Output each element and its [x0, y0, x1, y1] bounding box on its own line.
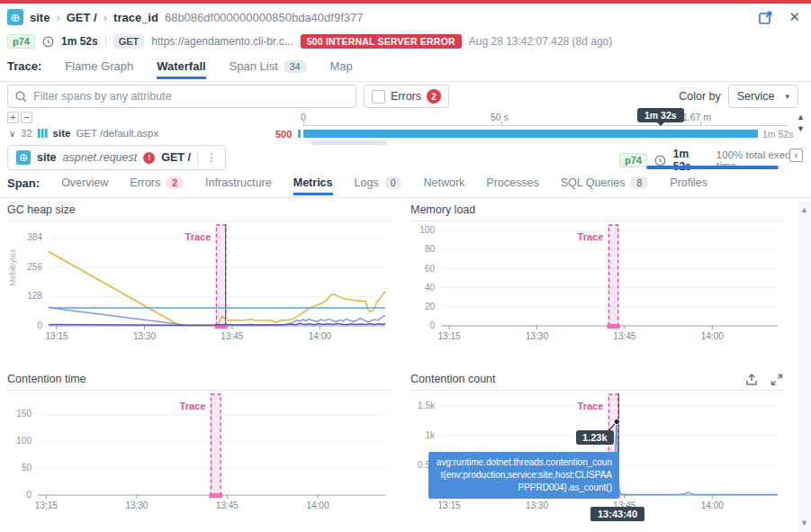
errors-filter[interactable]: Errors 2 [364, 85, 449, 108]
clock-icon [654, 155, 666, 167]
breadcrumb-service[interactable]: site [30, 11, 50, 24]
svg-text:60: 60 [425, 264, 436, 274]
trace-timestamp: Aug 28 13:42:07.428 (8d ago) [469, 35, 612, 48]
fullscreen-icon[interactable] [770, 374, 783, 386]
time-ruler [303, 125, 788, 126]
root-span-status: 500 [275, 129, 292, 140]
search-icon [15, 91, 27, 103]
latency-percentile-badge: p74 [619, 153, 647, 167]
close-icon[interactable]: ✕ [788, 9, 800, 25]
tab-errors[interactable]: Errors2 [130, 175, 184, 195]
root-span-service: site [53, 128, 71, 139]
waterfall-scroll-down-icon[interactable]: ▼ [797, 124, 805, 133]
svg-text:1.5k: 1.5k [418, 401, 436, 410]
tab-logs[interactable]: Logs0 [355, 175, 402, 195]
tab-span-list[interactable]: Span List34 [230, 58, 307, 79]
memory-load-plot[interactable]: 02040608010013:1513:3013:4514:00Trace [410, 223, 785, 349]
color-by-select[interactable]: Service ▾ [728, 85, 798, 108]
svg-text:128: 128 [27, 291, 42, 301]
root-span-resource: GET /default.aspx [76, 128, 158, 139]
tab-infrastructure[interactable]: Infrastructure [205, 175, 272, 195]
gc-heap-plot[interactable]: 012825638413:1513:3013:4514:00Trace [7, 223, 392, 349]
svg-text:0: 0 [429, 320, 435, 330]
tab-badge: 2 [166, 176, 184, 189]
span-tabs: OverviewErrors2InfrastructureMetricsLogs… [61, 175, 707, 195]
divider [197, 151, 198, 164]
span-filter-placeholder: Filter spans by any attribute [33, 90, 172, 103]
color-by-control: Color by Service ▾ [679, 85, 798, 108]
svg-text:13:45: 13:45 [613, 331, 635, 341]
panel-actions: ✕ [759, 9, 800, 25]
chart-contention-count: Contention count 00.5k1k1.5k13:1513:3013… [410, 373, 785, 526]
svg-text:13:30: 13:30 [133, 331, 156, 341]
svg-text:20: 20 [425, 302, 436, 311]
span-service: site [37, 151, 57, 164]
tab-processes[interactable]: Processes [486, 175, 538, 195]
ruler-tick-50s: 50 s [491, 112, 509, 122]
errors-checkbox[interactable] [372, 90, 385, 104]
breadcrumb-operation[interactable]: GET / [67, 11, 97, 24]
tab-map[interactable]: Map [330, 58, 353, 79]
svg-text:0: 0 [37, 320, 42, 330]
errors-count-badge: 2 [427, 89, 441, 104]
open-in-new-icon[interactable] [759, 11, 772, 24]
trace-id-label: trace_id [113, 11, 158, 24]
svg-text:Trace: Trace [578, 231, 604, 242]
root-span-bar[interactable] [303, 130, 758, 138]
ruler-tick-0: 0 [301, 112, 306, 122]
collapse-all-button[interactable]: − [21, 112, 32, 123]
share-icon[interactable] [745, 374, 758, 386]
chart-title: GC heap size [7, 203, 392, 221]
chart-title: Contention time [7, 373, 392, 391]
y-axis-label: Mebibytes [8, 235, 17, 300]
globe-icon: ⊕ [16, 150, 31, 165]
tab-flame-graph[interactable]: Flame Graph [65, 58, 133, 79]
waterfall-scroll-up-icon[interactable]: ▲ [797, 113, 805, 122]
expand-all-button[interactable]: + [7, 112, 19, 123]
waterfall-root-span-row[interactable]: ∨ 32 site GET /default.aspx [9, 128, 158, 139]
total-duration-label: 1m 52s [762, 129, 793, 140]
tab-sql-queries[interactable]: SQL Queries8 [561, 175, 649, 195]
svg-text:14:00: 14:00 [701, 500, 724, 510]
svg-text:14:00: 14:00 [306, 500, 329, 510]
svg-text:50: 50 [22, 463, 32, 473]
span-count: 32 [21, 128, 32, 139]
tab-metrics[interactable]: Metrics [293, 175, 333, 195]
color-by-value: Service [737, 90, 775, 103]
scroll-down-icon[interactable]: ▼ [800, 518, 808, 527]
span-filter-input[interactable]: Filter spans by any attribute [7, 85, 356, 108]
datapoint-value-tooltip: 1.23k [576, 430, 614, 445]
span-operation: aspnet.request [63, 151, 138, 164]
request-url: https://agendamento.cli-br.c... [151, 35, 293, 48]
collapse-panel-icon[interactable]: ∨ [789, 149, 803, 162]
svg-text:Trace: Trace [578, 401, 604, 411]
trace-panel: ⊕ site › GET / › trace_id 68b086df000000… [0, 0, 811, 532]
status-badge: 500 INTERNAL SERVER ERROR [301, 34, 462, 49]
trace-id-value: 68b086df000000000850bda40df9f377 [165, 11, 364, 24]
svg-text:384: 384 [27, 232, 42, 242]
scrollbar[interactable]: ▲ ▼ [798, 202, 811, 532]
selected-span-card[interactable]: ⊕ site aspnet.request ! GET / ⋮ [7, 145, 226, 170]
tab-waterfall[interactable]: Waterfall [157, 58, 205, 79]
breadcrumb: ⊕ site › GET / › trace_id 68b086df000000… [7, 8, 363, 26]
tab-overview[interactable]: Overview [61, 175, 108, 195]
svg-text:100: 100 [16, 436, 32, 446]
tab-network[interactable]: Network [423, 175, 464, 195]
kebab-menu-icon[interactable]: ⋮ [204, 151, 217, 164]
trace-summary-row: p74 1m 52s GET https://agendamento.cli-b… [7, 32, 612, 50]
tab-badge: 34 [284, 60, 307, 73]
svg-text:13:15: 13:15 [35, 500, 58, 510]
scroll-up-icon[interactable]: ▲ [800, 205, 808, 214]
http-method-badge: GET [113, 34, 145, 49]
waterfall-hscroll-thumb[interactable] [311, 140, 387, 145]
span-nav-label: Span: [7, 175, 40, 190]
ruler-tooltip: 1m 32s [637, 108, 684, 122]
waterfall-minimap: + − 0 50 s 1.67 m 1m 32s ∨ 32 site GET /… [0, 110, 811, 146]
exec-time-bar [646, 166, 779, 169]
tree-chevron-icon[interactable]: ∨ [9, 129, 15, 139]
svg-text:40: 40 [425, 283, 436, 293]
contention-time-plot[interactable]: 05010015013:1513:3013:4514:00Trace [7, 392, 392, 518]
tab-badge: 0 [384, 176, 402, 189]
tab-profiles[interactable]: Profiles [670, 175, 707, 195]
svg-text:13:30: 13:30 [526, 500, 548, 510]
